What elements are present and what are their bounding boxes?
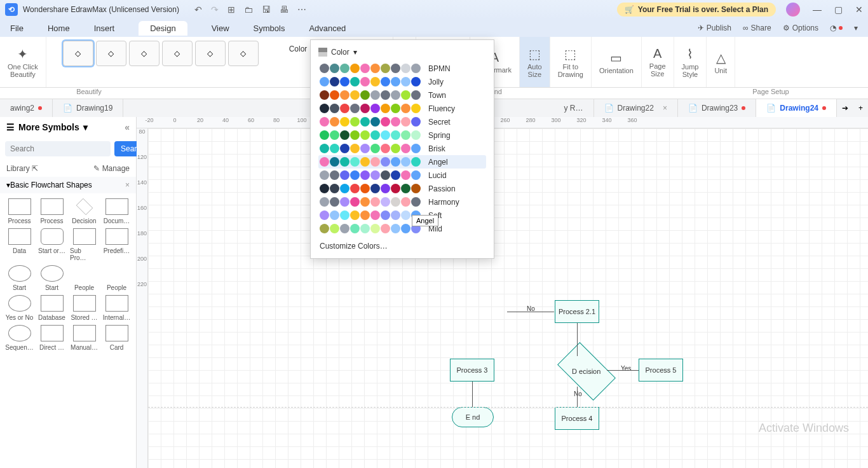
color-dropdown[interactable]: Color▾ <box>280 42 315 56</box>
theme-swatch-5[interactable]: ◇ <box>195 41 226 66</box>
canvas[interactable]: Process 2.1 Process 3 Process 5 Process … <box>148 128 868 468</box>
tab-drawing23[interactable]: 📄 Drawing23 <box>678 99 756 117</box>
close-icon[interactable]: ✕ <box>855 4 863 15</box>
tab-yr[interactable]: y R… <box>554 99 594 117</box>
canvas-area: -200204060801001201401601802002202402602… <box>137 117 868 468</box>
scheme-harmony[interactable]: Harmony <box>318 195 486 209</box>
shapes-grid: ProcessProcessDecisionDocum…DataStart or… <box>0 193 136 356</box>
close-icon[interactable]: × <box>663 104 667 113</box>
shape-people[interactable]: People <box>101 264 132 292</box>
scheme-jolly[interactable]: Jolly <box>318 75 486 88</box>
close-panel-icon[interactable]: × <box>125 181 130 189</box>
avatar[interactable] <box>786 3 800 17</box>
menu-design[interactable]: Design <box>139 21 187 36</box>
one-click-beautify[interactable]: ✦ One Click Beautify <box>0 37 46 87</box>
save-icon[interactable]: 🖫 <box>262 4 271 15</box>
library-link[interactable]: Library ⇱ <box>6 164 38 173</box>
menu-insert[interactable]: Insert <box>94 24 115 33</box>
shape-process[interactable]: Process <box>4 197 35 226</box>
node-process-5[interactable]: Process 5 <box>639 359 683 382</box>
scheme-brisk[interactable]: Brisk <box>318 142 486 155</box>
share-button[interactable]: ∞ Share <box>743 24 771 32</box>
shape-card[interactable]: Card <box>101 324 132 352</box>
shape-internal…[interactable]: Internal… <box>101 294 132 322</box>
shape-data[interactable]: Data <box>4 227 35 263</box>
shape-manual…[interactable]: Manual… <box>69 324 100 352</box>
shape-sub pro…[interactable]: Sub Pro… <box>69 227 100 263</box>
tab-drawing2[interactable]: awing2 <box>0 99 53 117</box>
menu-symbols[interactable]: Symbols <box>254 24 285 33</box>
hamburger-icon[interactable]: ☰ <box>6 122 15 132</box>
shape-sequen…[interactable]: Sequen… <box>4 324 35 352</box>
shape-database[interactable]: Database <box>36 294 67 322</box>
shape-people[interactable]: People <box>69 264 100 292</box>
shape-start or…[interactable]: Start or… <box>36 227 67 263</box>
search-input[interactable] <box>5 141 111 156</box>
node-process-2-1[interactable]: Process 2.1 <box>555 300 599 323</box>
trial-banner[interactable]: 🛒 Your Free Trial is over. Select a Plan <box>617 3 776 17</box>
menu-view[interactable]: View <box>212 24 229 33</box>
shape-start[interactable]: Start <box>4 264 35 292</box>
theme-swatch-1[interactable]: ◇ <box>63 41 93 66</box>
tab-drawing22[interactable]: 📄 Drawing22× <box>594 99 678 117</box>
redo-icon[interactable]: ↷ <box>211 4 219 15</box>
shapes-panel-header[interactable]: ▾ Basic Flowchart Shapes × <box>0 177 136 193</box>
tab-add-icon[interactable]: + <box>853 104 868 113</box>
shape-process[interactable]: Process <box>36 197 67 226</box>
minimize-icon[interactable]: — <box>813 4 822 15</box>
auto-size[interactable]: ⬚Auto Size <box>520 37 550 87</box>
theme-swatch-3[interactable]: ◇ <box>129 41 159 66</box>
undo-icon[interactable]: ↶ <box>194 4 202 15</box>
shape-predefi…[interactable]: Predefi… <box>101 227 132 263</box>
scheme-passion[interactable]: Passion <box>318 182 486 195</box>
scheme-town[interactable]: Town <box>318 88 486 102</box>
collapse-ribbon-icon[interactable]: ▾ <box>854 24 858 32</box>
shape-start[interactable]: Start <box>36 264 67 292</box>
node-decision[interactable]: D ecision <box>557 342 616 401</box>
print-icon[interactable]: 🖶 <box>280 4 288 15</box>
more-icon[interactable]: ⋯ <box>297 4 306 15</box>
theme-swatch-2[interactable]: ◇ <box>96 41 126 66</box>
shape-direct …[interactable]: Direct … <box>36 324 67 352</box>
shape-decision[interactable]: Decision <box>69 197 100 226</box>
orientation[interactable]: ▭Orientation <box>592 37 642 87</box>
options-button[interactable]: ⚙ Options <box>783 24 818 32</box>
node-end[interactable]: E nd <box>452 407 494 427</box>
node-process-4[interactable]: Process 4 <box>555 407 599 430</box>
theme-swatch-4[interactable]: ◇ <box>162 41 193 66</box>
jump-style[interactable]: ⌇Jump Style <box>674 37 707 87</box>
scheme-mild[interactable]: Mild <box>318 222 486 235</box>
collapse-sidebar-icon[interactable]: « <box>125 122 130 132</box>
scheme-fluency[interactable]: Fluency <box>318 102 486 115</box>
customize-colors[interactable]: Customize Colors… <box>318 235 486 253</box>
menu-file[interactable]: File <box>10 24 24 33</box>
theme-swatch-6[interactable]: ◇ <box>228 41 259 66</box>
scheme-lucid[interactable]: Lucid <box>318 169 486 182</box>
menu-advanced[interactable]: Advanced <box>309 24 346 33</box>
shape-docum…[interactable]: Docum… <box>101 197 132 226</box>
menu-home[interactable]: Home <box>48 24 70 33</box>
new-icon[interactable]: ⊞ <box>227 4 235 15</box>
open-icon[interactable]: 🗀 <box>244 4 253 15</box>
tab-next-icon[interactable]: ➔ <box>837 104 853 113</box>
tab-drawing24[interactable]: 📄 Drawing24 <box>756 99 837 117</box>
scheme-spring[interactable]: Spring <box>318 128 486 142</box>
scheme-bpmn[interactable]: BPMN <box>318 62 486 75</box>
shape-yes or no[interactable]: Yes or No <box>4 294 35 322</box>
edge-yes: Yes <box>621 365 631 372</box>
sidebar-title: More Symbols <box>18 122 79 132</box>
app-logo: ⟲ <box>5 3 18 16</box>
maximize-icon[interactable]: ▢ <box>834 4 843 15</box>
unit[interactable]: △Unit <box>707 37 735 87</box>
page-size[interactable]: APage Size <box>642 37 674 87</box>
notifications-icon[interactable]: ◔ <box>830 24 843 32</box>
scheme-angel[interactable]: Angel <box>318 155 486 169</box>
scheme-soft[interactable]: Soft <box>318 209 486 222</box>
publish-button[interactable]: ✈ Publish <box>698 24 731 32</box>
scheme-secret[interactable]: Secret <box>318 115 486 128</box>
fit-drawing[interactable]: ⬚Fit to Drawing <box>550 37 592 87</box>
node-process-3[interactable]: Process 3 <box>450 359 494 382</box>
shape-stored …[interactable]: Stored … <box>69 294 100 322</box>
tab-drawing19[interactable]: 📄 Drawing19 <box>53 99 123 117</box>
manage-link[interactable]: ✎ Manage <box>93 164 130 173</box>
